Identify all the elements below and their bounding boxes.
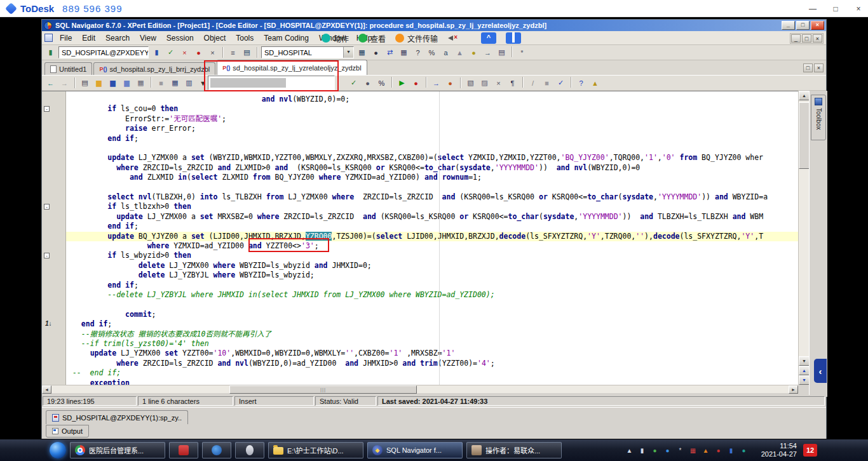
code-line[interactable]: -- end if; [66, 368, 798, 378]
code-line[interactable]: --撤销修改状态 撤销的状态要改成10否则就不能再引入了 [66, 330, 798, 339]
code-line[interactable]: if ls_wbyzid>0 then [66, 251, 798, 260]
paste-icon[interactable]: ▨ [478, 77, 491, 89]
session-document-tab[interactable]: SD_HOSPITAL@ZPXDEYY(1):sp_zy.. [46, 410, 188, 424]
back-icon[interactable]: ← [44, 77, 57, 89]
code-line[interactable]: end if; [66, 222, 798, 231]
taskbar-button[interactable] [202, 442, 231, 458]
taskbar-clock[interactable]: 11:54 2021-04-27 [761, 442, 797, 458]
code-line[interactable]: update BQ_YJYZ00 a set (LJID00,JHMXID,BR… [66, 232, 798, 241]
browser-tray-icon[interactable]: ● [663, 446, 672, 455]
code-line[interactable]: commit; [66, 310, 798, 319]
code-line[interactable]: if ls_cou=0 then [66, 104, 798, 114]
settings-tray-icon[interactable]: * [675, 446, 685, 455]
chevron-down-icon[interactable]: ▼ [343, 47, 353, 58]
code-area[interactable]: and nvl(WBYZID,0)=0; if ls_cou=0 then Er… [66, 91, 798, 385]
list-edit-icon[interactable]: ≡ [155, 77, 167, 89]
window-close-icon[interactable]: × [811, 21, 824, 30]
alert-red-icon[interactable]: ● [714, 446, 723, 455]
code-line[interactable]: end if; [66, 281, 798, 290]
menu-team-coding[interactable]: Team Coding [259, 32, 314, 44]
warning-icon[interactable]: ▲ [701, 446, 710, 455]
network-icon[interactable]: ▮ [637, 446, 647, 455]
document-tab[interactable]: P()sd_hospital.sp_zy_lj_yzrelateoljyz_zy… [217, 60, 367, 75]
cut-icon[interactable]: × [492, 77, 505, 89]
menu-tools[interactable]: Tools [231, 32, 259, 44]
window-title-bar[interactable]: SQL Navigator 6.7.0 - XPert Edition - [P… [42, 20, 826, 31]
fold-collapse-icon[interactable]: - [44, 204, 50, 210]
menu-file[interactable]: File [55, 32, 77, 44]
taskbar-button[interactable]: ◆SQL Navigator f... [367, 442, 463, 458]
editor-gutter[interactable]: ---1↓ [42, 91, 66, 385]
menu-object[interactable]: Object [199, 32, 231, 44]
save-as-icon[interactable]: ▆ [121, 77, 133, 89]
autocomplete-icon[interactable]: a [440, 46, 452, 58]
code-line[interactable]: where ZRZCID=ls_ZRZCID and nvl(WBYZID,0)… [66, 359, 798, 368]
team-icon[interactable]: ▲ [454, 46, 466, 58]
code-line[interactable]: delete LJ_YZMX00 where WBYZID=ls_wbyzid … [66, 261, 798, 271]
edit-list-icon[interactable]: ≡ [227, 46, 239, 58]
code-line[interactable] [66, 300, 798, 309]
zoom-icon[interactable]: ? [412, 46, 424, 58]
database-icon[interactable]: ▮ [44, 46, 57, 58]
tab-close-icon[interactable]: × [814, 63, 824, 72]
code-line[interactable]: and ZLXMID in(select ZLXMID from BQ_YJYZ… [66, 173, 798, 182]
window-restore-icon[interactable]: □ [796, 21, 810, 30]
code-line[interactable]: and nvl(WBYZID,0)=0; [66, 95, 798, 104]
window-list-icon[interactable]: ▤ [496, 46, 508, 58]
scroll-up-icon[interactable]: ▲ [799, 91, 810, 100]
code-line[interactable]: --delete LJ_YZBYJL where JHMXID in(selec… [66, 290, 798, 300]
gear-icon[interactable]: * [516, 46, 528, 58]
panel-expander-button[interactable]: ‹ [814, 359, 827, 383]
code-line[interactable]: update LJ_YZMX00 set YZZT00='10',WBMXID=… [66, 349, 798, 358]
schema-browser-icon[interactable]: ▦ [356, 46, 368, 58]
menu-session[interactable]: Session [161, 32, 199, 44]
code-line[interactable]: raise err_Error; [66, 124, 798, 133]
taskbar-button[interactable] [235, 442, 264, 458]
menu-view[interactable]: View [135, 32, 161, 44]
start-button[interactable] [50, 442, 66, 458]
maximize-icon[interactable]: □ [830, 4, 841, 13]
block-icon[interactable]: ● [193, 46, 205, 58]
code-line[interactable]: where ZRZCID=ls_ZRZCID and ZLXMID>0 and … [66, 163, 798, 173]
sound-muted-icon[interactable]: × [447, 34, 458, 43]
taskbar-button[interactable]: E:\护士工作站\D... [268, 442, 363, 458]
new-file-icon[interactable]: ▤ [79, 77, 91, 89]
rollback-icon[interactable]: × [179, 46, 191, 58]
code-line[interactable]: select nvl(TLBZXH,0) into ls_TLBZXH from… [66, 192, 798, 202]
windows-icon[interactable]: ▦ [398, 46, 410, 58]
toolbox-tab[interactable]: Toolbox [811, 95, 826, 140]
code-line[interactable]: ErrorStr:='无可匹配医嘱'; [66, 114, 798, 124]
save-icon[interactable]: ▆ [107, 77, 119, 89]
close-session-icon[interactable]: × [207, 46, 219, 58]
fold-collapse-icon[interactable]: - [44, 106, 50, 112]
todesk-file-transfer-button[interactable]: 文件传输 [395, 33, 438, 44]
schema-combobox[interactable]: SD_HOSPITAL ▼ [261, 46, 354, 58]
mdi-restore-icon[interactable]: □ [802, 34, 811, 43]
code-line[interactable]: if ls_tlbzxh>0 then [66, 202, 798, 211]
link-icon[interactable]: ● [444, 77, 456, 89]
vertical-scrollbar-thumb[interactable] [799, 102, 810, 169]
prev-result-icon[interactable]: ▲ [799, 366, 810, 375]
mdi-close-icon[interactable]: × [813, 34, 822, 43]
code-line[interactable]: exception [66, 378, 798, 385]
code-line[interactable]: end if; [66, 134, 798, 144]
verify-icon[interactable]: ✓ [348, 77, 360, 89]
stop-icon[interactable]: ● [410, 77, 422, 89]
messenger-icon[interactable]: ● [739, 446, 749, 455]
forward-icon[interactable]: → [58, 77, 71, 89]
open-file-icon[interactable]: ▆ [93, 77, 105, 89]
bell-icon[interactable]: ● [468, 46, 480, 58]
code-line[interactable]: where YZMXID=ad_YZID00 and YZZT00<>'3'; [66, 241, 798, 251]
app-red-icon[interactable]: ▦ [688, 446, 698, 455]
run-icon[interactable]: ▶ [396, 77, 408, 89]
document-tab[interactable]: P()sd_hospital.sp_zy_lj_brrj_zydzbl [93, 62, 215, 75]
code-line[interactable]: update LJ_YZMX00 a set MRXSBZ=0 where ZR… [66, 212, 798, 222]
print-icon[interactable]: ▦ [135, 77, 147, 89]
taskbar-button[interactable] [169, 442, 198, 458]
hidden-icons-expand-icon[interactable]: ▲ [625, 446, 634, 455]
code-line[interactable]: end if; [66, 319, 798, 329]
window-minimize-icon[interactable]: _ [782, 21, 795, 30]
minimize-icon[interactable]: — [807, 4, 818, 13]
antivirus-icon[interactable]: ● [650, 446, 660, 455]
tab-dropdown-list[interactable] [208, 76, 335, 90]
